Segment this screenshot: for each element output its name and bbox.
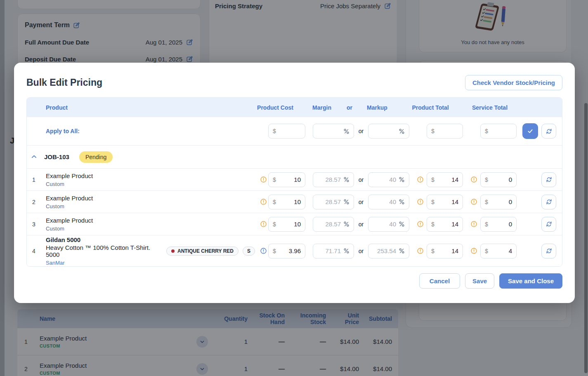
markup-input: [368, 172, 409, 187]
margin-field[interactable]: [317, 176, 341, 183]
currency-prefix: $: [485, 128, 488, 134]
service-total-warning-icon: [469, 247, 479, 254]
row-reset-button[interactable]: [541, 217, 556, 232]
product-total-warning-icon: [415, 247, 425, 254]
currency-prefix: $: [431, 248, 435, 254]
row-index: 3: [27, 221, 41, 228]
or-label: or: [354, 199, 368, 205]
apply-service-total-input: $: [480, 124, 517, 139]
apply-product-cost-field[interactable]: [276, 128, 301, 135]
row-index: 4: [27, 248, 41, 254]
pricing-row: 1 Example Product Custom $ or $ $: [27, 168, 562, 190]
percent-icon: [399, 248, 405, 254]
product-description: Heavy Cotton ™ 100% Cotton T-Shirt. 5000: [46, 244, 162, 258]
product-total-warning-icon: [415, 176, 425, 183]
job-id: JOB-103: [44, 153, 69, 160]
markup-field[interactable]: [373, 247, 396, 254]
check-vendor-stock-pricing-button[interactable]: Check Vendor Stock/Pricing: [465, 75, 562, 90]
apply-margin-field[interactable]: [317, 128, 341, 135]
margin-field[interactable]: [317, 221, 341, 228]
product-total-field[interactable]: [435, 247, 458, 254]
currency-prefix: $: [273, 248, 276, 254]
collapse-group-chevron[interactable]: [27, 153, 41, 160]
row-reset-button[interactable]: [541, 195, 556, 209]
currency-prefix: $: [431, 128, 435, 134]
margin-field[interactable]: [317, 198, 341, 205]
service-total-warning-icon: [469, 198, 479, 205]
size-badge: S: [243, 247, 255, 256]
markup-field[interactable]: [373, 176, 396, 183]
header-product-total: Product Total: [404, 104, 457, 111]
service-total-input: $: [480, 244, 517, 258]
cost-warning-icon: [258, 221, 268, 228]
product-name: Example Product: [46, 172, 255, 179]
apply-service-total-field[interactable]: [488, 128, 512, 135]
product-cost-field[interactable]: [276, 176, 301, 183]
margin-input: [313, 172, 354, 187]
product-total-warning-icon: [415, 198, 425, 205]
product-total-input: $: [427, 217, 463, 232]
header-or: or: [342, 104, 357, 111]
apply-reset-button[interactable]: [541, 124, 556, 139]
color-dot: [171, 249, 175, 253]
product-total-input: $: [427, 244, 463, 258]
or-label: or: [354, 128, 368, 134]
apply-markup-input: [368, 124, 409, 139]
percent-icon: [399, 221, 405, 227]
product-total-field[interactable]: [435, 176, 458, 183]
header-product: Product: [41, 104, 247, 111]
margin-field[interactable]: [317, 247, 341, 254]
product-total-input: $: [427, 172, 463, 187]
save-and-close-button[interactable]: Save and Close: [499, 273, 562, 289]
product-total-input: $: [427, 195, 463, 209]
currency-prefix: $: [485, 248, 488, 254]
row-reset-button[interactable]: [541, 172, 556, 187]
currency-prefix: $: [485, 176, 488, 183]
currency-prefix: $: [273, 199, 276, 205]
cancel-button[interactable]: Cancel: [419, 273, 460, 289]
product-total-field[interactable]: [435, 221, 458, 228]
percent-icon: [343, 248, 349, 254]
service-total-field[interactable]: [488, 176, 512, 183]
margin-input: [313, 244, 354, 258]
row-index: 1: [27, 176, 41, 183]
margin-input: [313, 195, 354, 209]
header-margin: Margin: [301, 104, 342, 111]
row-reset-button[interactable]: [541, 244, 556, 258]
product-vendor: Custom: [46, 181, 255, 187]
product-cost-input: $: [268, 244, 305, 258]
product-cost-input: $: [268, 217, 305, 232]
product-cost-field[interactable]: [276, 221, 301, 228]
apply-product-cost-input: $: [268, 124, 305, 139]
currency-prefix: $: [431, 221, 435, 228]
vendor-link[interactable]: SanMar: [46, 260, 255, 266]
apply-markup-field[interactable]: [373, 128, 396, 135]
currency-prefix: $: [273, 128, 276, 134]
service-total-warning-icon: [469, 221, 479, 228]
service-total-field[interactable]: [488, 198, 512, 205]
service-total-field[interactable]: [488, 221, 512, 228]
currency-prefix: $: [431, 199, 435, 205]
color-badge: ANTIQUE CHERRY RED: [166, 247, 239, 256]
product-cost-field[interactable]: [276, 247, 301, 254]
save-button[interactable]: Save: [465, 273, 494, 289]
product-total-field[interactable]: [435, 198, 458, 205]
vertical-scrollbar[interactable]: [584, 103, 588, 373]
pricing-table: Product Product Cost Margin or Markup Pr…: [26, 97, 562, 267]
product-cost-input: $: [268, 172, 305, 187]
cost-info-icon: [258, 247, 268, 254]
apply-confirm-button[interactable]: [522, 123, 538, 139]
currency-prefix: $: [273, 221, 276, 228]
or-label: or: [354, 176, 368, 183]
currency-prefix: $: [485, 221, 488, 228]
service-total-field[interactable]: [488, 247, 512, 254]
apply-product-total-field[interactable]: [435, 128, 458, 135]
product-cost-input: $: [268, 195, 305, 209]
markup-field[interactable]: [373, 198, 396, 205]
bulk-edit-pricing-modal: Bulk Edit Pricing Check Vendor Stock/Pri…: [14, 63, 575, 303]
product-cost-field[interactable]: [276, 198, 301, 205]
markup-field[interactable]: [373, 221, 396, 228]
percent-icon: [343, 128, 349, 134]
currency-prefix: $: [273, 176, 276, 183]
service-total-warning-icon: [469, 176, 479, 183]
